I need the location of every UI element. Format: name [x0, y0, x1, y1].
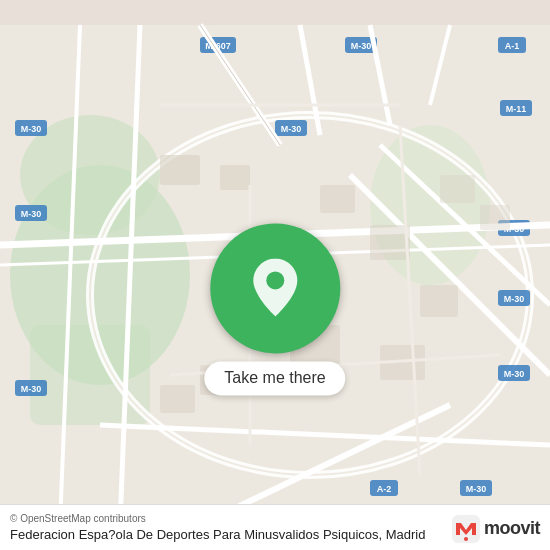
svg-text:M-30: M-30 [21, 124, 42, 134]
svg-text:M-30: M-30 [281, 124, 302, 134]
svg-text:M-30: M-30 [21, 384, 42, 394]
svg-rect-49 [370, 225, 410, 260]
svg-text:M-30: M-30 [504, 369, 525, 379]
location-pin-icon [250, 258, 300, 318]
take-me-there-label[interactable]: Take me there [204, 361, 345, 395]
svg-rect-53 [160, 385, 195, 413]
svg-text:M-30: M-30 [466, 484, 487, 494]
moovit-logo: moovit [452, 515, 540, 543]
location-circle [210, 223, 340, 353]
bottom-info: © OpenStreetMap contributors Federacion … [10, 513, 452, 544]
svg-text:A-1: A-1 [505, 41, 520, 51]
svg-text:M-30: M-30 [351, 41, 372, 51]
svg-text:M-30: M-30 [504, 294, 525, 304]
svg-point-61 [266, 271, 284, 289]
map-container: M-30 M-30 M-30 M-607 M-30 A-1 M-11 M-30 … [0, 0, 550, 550]
svg-point-4 [370, 125, 490, 285]
place-name: Federacion Espa?ola De Deportes Para Min… [10, 527, 452, 544]
svg-rect-48 [320, 185, 355, 213]
moovit-text: moovit [484, 518, 540, 539]
svg-rect-46 [160, 155, 200, 185]
svg-rect-55 [440, 175, 475, 203]
svg-rect-54 [420, 285, 458, 317]
take-me-there-button[interactable]: Take me there [204, 223, 345, 395]
svg-point-63 [464, 537, 468, 541]
svg-rect-56 [480, 205, 510, 230]
svg-text:A-2: A-2 [377, 484, 392, 494]
copyright: © OpenStreetMap contributors [10, 513, 452, 524]
moovit-icon [452, 515, 480, 543]
svg-rect-47 [220, 165, 250, 190]
svg-text:M-30: M-30 [21, 209, 42, 219]
svg-text:M-11: M-11 [506, 104, 527, 114]
svg-rect-3 [30, 325, 150, 425]
bottom-bar: © OpenStreetMap contributors Federacion … [0, 504, 550, 550]
